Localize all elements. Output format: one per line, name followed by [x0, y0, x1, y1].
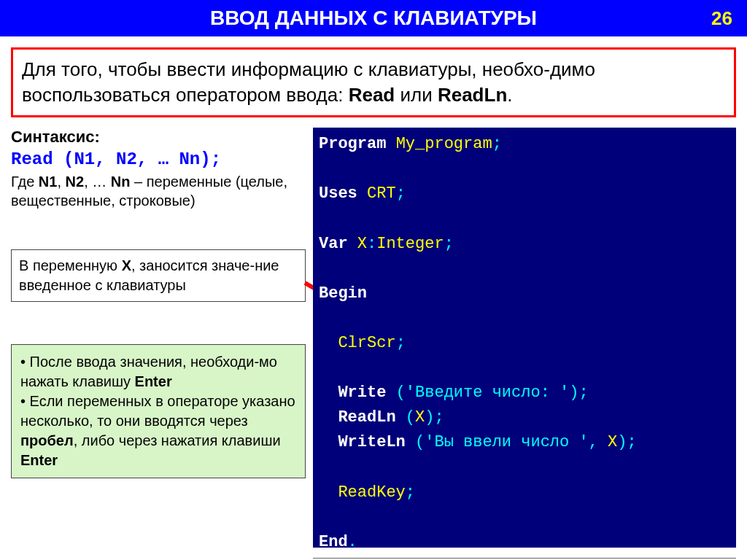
intro-or: или — [395, 84, 438, 106]
page-number: 26 — [711, 7, 732, 30]
syntax-where: Где N1, N2, … Nn – переменные (целые, ве… — [11, 172, 306, 210]
slide-header: ВВОД ДАННЫХ С КЛАВИАТУРЫ 26 — [0, 0, 747, 36]
left-column: Синтаксис: Read (N1, N2, … Nn); Где N1, … — [11, 128, 306, 548]
right-column: Program My_program; Uses CRT; Var X:Inte… — [313, 128, 736, 548]
read-keyword: Read — [349, 84, 395, 106]
readln-keyword: ReadLn — [438, 84, 507, 106]
syntax-code: Read (N1, N2, … Nn); — [11, 149, 306, 169]
ide-window: Program My_program; Uses CRT; Var X:Inte… — [313, 128, 736, 548]
slide-title: ВВОД ДАННЫХ С КЛАВИАТУРЫ — [0, 7, 747, 30]
syntax-block: Синтаксис: Read (N1, N2, … Nn); Где N1, … — [11, 128, 306, 210]
intro-dot: . — [507, 84, 512, 106]
intro-box: Для того, чтобы ввести информацию с клав… — [11, 47, 736, 117]
notes-box: • После ввода значения, необходи-мо нажа… — [11, 344, 306, 478]
status-right: Outp — [703, 556, 733, 560]
slide-content: Для того, чтобы ввести информацию с клав… — [0, 36, 747, 548]
variable-note-box: В переменную X, заносится значе-ние введ… — [11, 249, 306, 302]
status-left: ═══[ ]═══ — [316, 556, 383, 560]
syntax-label: Синтаксис — [11, 128, 94, 146]
